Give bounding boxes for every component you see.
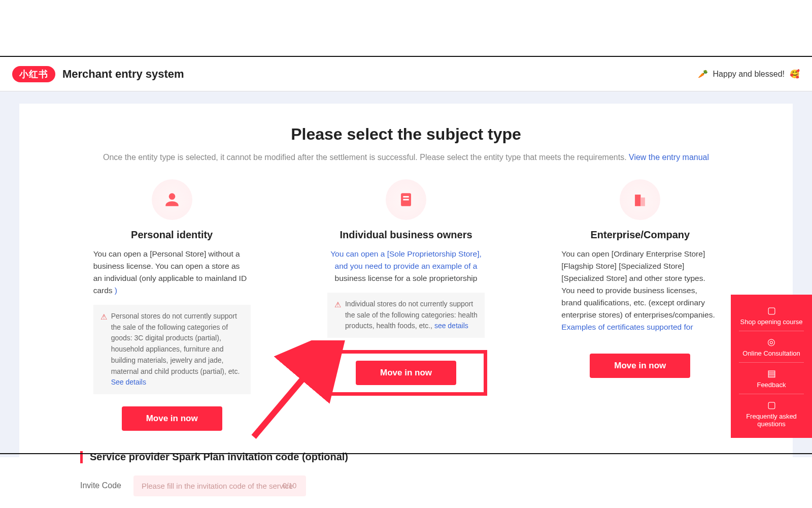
card-individual-desc: You can open a [Sole Proprietorship Stor… — [327, 248, 485, 284]
invite-section: Service provider Spark Plan invitation c… — [80, 451, 793, 496]
card-personal-desc: You can open a [Personal Store] without … — [93, 248, 251, 297]
body-area: Please select the subject type Once the … — [0, 91, 812, 457]
individual-see-details-link[interactable]: see details — [434, 322, 468, 330]
card-individual-warning: Individual stores do not currently suppo… — [327, 293, 485, 338]
card-enterprise-title: Enterprise/Company — [591, 229, 690, 241]
individual-move-in-button[interactable]: Move in now — [356, 361, 456, 385]
main-panel: Please select the subject type Once the … — [19, 104, 793, 457]
card-personal-warning: Personal stores do not currently support… — [93, 305, 251, 394]
invite-label: Invite Code — [80, 481, 121, 490]
question-icon: ▢ — [741, 399, 802, 410]
card-individual-title: Individual business owners — [340, 229, 472, 241]
header-left: 小红书 Merchant entry system — [12, 66, 184, 82]
enterprise-examples-link[interactable]: Examples of certificates supported for — [561, 323, 693, 331]
header-right: 🥕 Happy and blessed! 🥰 — [698, 69, 800, 79]
warning-icon — [100, 311, 107, 323]
subtitle-text: Once the entity type is selected, it can… — [103, 153, 629, 162]
cards-row: Personal identity You can open a [Person… — [65, 179, 747, 431]
person-icon — [152, 179, 192, 220]
document-icon — [386, 179, 426, 220]
highlight-annotation: Move in now — [325, 350, 487, 396]
personal-desc-link[interactable]: ) — [113, 286, 117, 295]
welcome-text: Happy and blessed! — [713, 70, 785, 79]
card-individual: Individual business owners You can open … — [299, 179, 513, 431]
card-personal-title: Personal identity — [131, 229, 213, 241]
subtitle: Once the entity type is selected, it can… — [19, 153, 793, 162]
main-title: Please select the subject type — [19, 125, 793, 144]
entry-manual-link[interactable]: View the entry manual — [629, 153, 709, 162]
warning-icon — [334, 299, 341, 311]
side-feedback[interactable]: ▤ Feedback — [739, 362, 804, 394]
svg-rect-1 — [403, 196, 409, 198]
header-bar: 小红书 Merchant entry system 🥕 Happy and bl… — [0, 56, 812, 91]
welcome-emoji-icon: 🥰 — [790, 69, 800, 79]
side-shop-opening-course[interactable]: ▢ Shop opening course — [734, 300, 809, 331]
page-title: Merchant entry system — [62, 68, 184, 81]
headset-icon: ◎ — [741, 336, 802, 347]
personal-move-in-button[interactable]: Move in now — [122, 406, 222, 431]
side-faq[interactable]: ▢ Frequently asked questions — [739, 394, 804, 433]
enterprise-move-in-button[interactable]: Move in now — [590, 354, 690, 378]
card-personal: Personal identity You can open a [Person… — [65, 179, 279, 431]
side-panel: ▢ Shop opening course ◎ Online Consultat… — [731, 295, 812, 438]
svg-rect-3 — [635, 195, 640, 206]
svg-rect-4 — [641, 198, 646, 206]
building-icon — [620, 179, 660, 220]
video-icon: ▢ — [736, 305, 807, 316]
carrot-icon: 🥕 — [698, 69, 708, 79]
side-online-consultation[interactable]: ◎ Online Consultation — [739, 331, 804, 362]
invite-code-input[interactable] — [133, 475, 306, 496]
note-icon: ▤ — [741, 368, 802, 379]
logo[interactable]: 小红书 — [12, 66, 55, 82]
card-enterprise: Enterprise/Company You can open [Ordinar… — [533, 179, 747, 431]
invite-counter: 0/10 — [283, 482, 296, 490]
personal-see-details-link[interactable]: See details — [111, 378, 146, 386]
card-enterprise-desc: You can open [Ordinary Enterprise Store]… — [561, 248, 719, 333]
bottom-border — [0, 453, 812, 454]
svg-rect-2 — [403, 199, 409, 201]
